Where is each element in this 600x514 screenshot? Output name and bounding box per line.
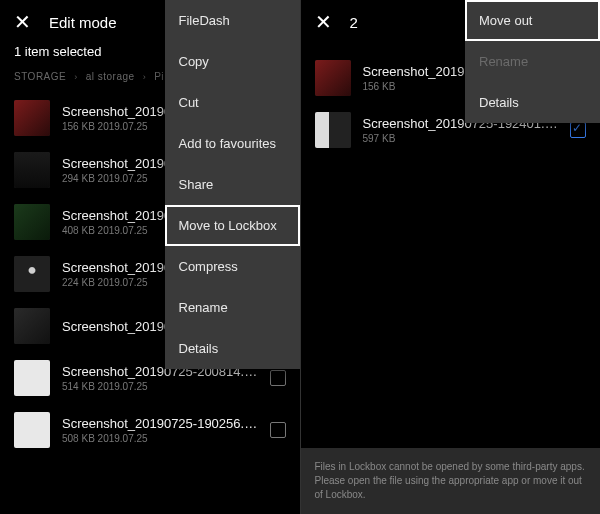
- file-checkbox[interactable]: [270, 370, 286, 386]
- menu-item-details[interactable]: Details: [165, 328, 300, 369]
- menu-item-share[interactable]: Share: [165, 164, 300, 205]
- context-menu-right: Move outRenameDetails: [465, 0, 600, 123]
- crumb-internal[interactable]: al storage: [86, 71, 135, 82]
- file-name: Screenshot_20190725-190256.jpg: [62, 416, 258, 431]
- file-thumbnail: [14, 360, 50, 396]
- left-header-title: Edit mode: [49, 14, 117, 31]
- context-menu-left: FileDashCopyCutAdd to favouritesShareMov…: [165, 0, 300, 369]
- file-info: Screenshot_20190725-190256.jpg 508 KB 20…: [62, 416, 258, 444]
- right-header-title: 2: [350, 14, 358, 31]
- file-thumbnail: [14, 412, 50, 448]
- file-meta: 514 KB 2019.07.25: [62, 381, 258, 392]
- right-pane: ✕ 2 Screenshot_20190 156 KB Screenshot_2…: [301, 0, 601, 514]
- crumb-storage[interactable]: STORAGE: [14, 71, 66, 82]
- menu-item-details[interactable]: Details: [465, 82, 600, 123]
- menu-item-move-out[interactable]: Move out: [465, 0, 600, 41]
- file-row[interactable]: Screenshot_20190725-190256.jpg 508 KB 20…: [0, 404, 300, 456]
- menu-item-compress[interactable]: Compress: [165, 246, 300, 287]
- file-thumbnail: [315, 60, 351, 96]
- file-thumbnail: [14, 152, 50, 188]
- file-thumbnail: [14, 204, 50, 240]
- close-icon[interactable]: ✕: [315, 10, 332, 34]
- file-thumbnail: [14, 100, 50, 136]
- file-meta: 508 KB 2019.07.25: [62, 433, 258, 444]
- menu-item-rename: Rename: [465, 41, 600, 82]
- file-checkbox[interactable]: [270, 422, 286, 438]
- menu-item-add-to-favourites[interactable]: Add to favourites: [165, 123, 300, 164]
- file-thumbnail: [14, 308, 50, 344]
- menu-item-rename[interactable]: Rename: [165, 287, 300, 328]
- left-pane: ✕ Edit mode 1 item selected STORAGE › al…: [0, 0, 301, 514]
- file-checkbox[interactable]: [570, 122, 586, 138]
- menu-item-filedash[interactable]: FileDash: [165, 0, 300, 41]
- file-meta: 597 KB: [363, 133, 559, 144]
- menu-item-copy[interactable]: Copy: [165, 41, 300, 82]
- file-thumbnail: [14, 256, 50, 292]
- menu-item-cut[interactable]: Cut: [165, 82, 300, 123]
- chevron-right-icon: ›: [74, 72, 78, 82]
- close-icon[interactable]: ✕: [14, 10, 31, 34]
- crumb-pictures[interactable]: Pi: [154, 71, 164, 82]
- chevron-right-icon: ›: [143, 72, 147, 82]
- lockbox-footer-note: Files in Lockbox cannot be opened by som…: [301, 448, 601, 514]
- menu-item-move-to-lockbox[interactable]: Move to Lockbox: [165, 205, 300, 246]
- file-thumbnail: [315, 112, 351, 148]
